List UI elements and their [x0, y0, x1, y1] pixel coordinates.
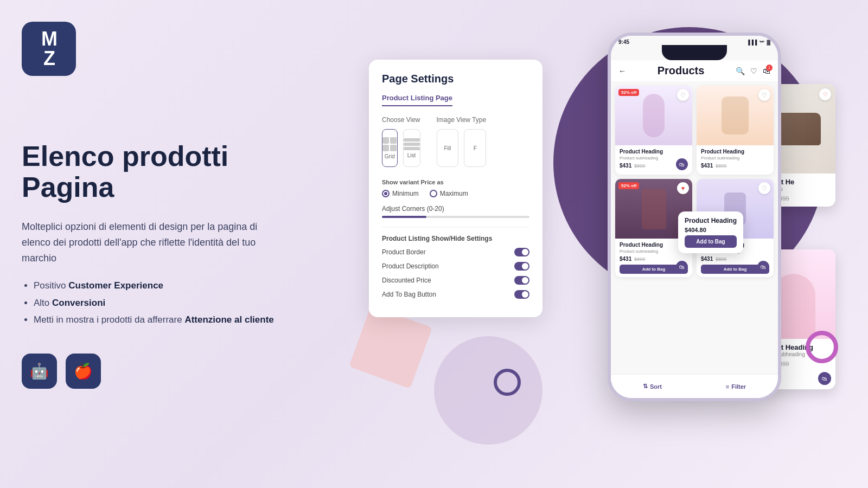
sale-badge-1: 52% off — [618, 89, 639, 96]
product-sub-2: Product subheading — [701, 156, 769, 160]
sort-button[interactable]: ⇅ Sort — [643, 383, 662, 390]
product-name-1: Product Heading — [620, 149, 688, 155]
logo-box: M Z — [22, 22, 76, 76]
bg-circle-medium — [434, 336, 542, 445]
slider-fill — [382, 216, 426, 218]
phone-title: Products — [658, 65, 705, 77]
status-bar: 9:45 ▐▐▐ ⌤ ▓ — [611, 36, 778, 45]
bag-icon-4[interactable]: 🛍 — [757, 261, 769, 273]
sale-badge-3: 52% off — [618, 182, 639, 189]
toggle-description-switch[interactable] — [514, 262, 529, 271]
search-button[interactable]: 🔍 — [736, 67, 745, 75]
bullet-item-1: Positivo Customer Experience — [34, 279, 358, 292]
fill-label: Fill — [444, 145, 451, 151]
grid-icon — [382, 137, 397, 151]
bullet-list: Positivo Customer Experience Alto Conver… — [22, 279, 358, 326]
mini-product-card[interactable]: Product Heading $404.80 Add to Bag — [678, 211, 743, 253]
hide-settings-label: Product Listing Show/Hide Settings — [382, 235, 529, 242]
cart-count: 1 — [766, 65, 773, 71]
product-name-2: Product Heading — [701, 149, 769, 155]
status-time: 9:45 — [618, 39, 629, 45]
bag-icon-3[interactable]: 🛍 — [676, 261, 688, 273]
corners-slider[interactable] — [382, 216, 529, 218]
product-price-2: $431 $899 — [701, 163, 769, 169]
bullet-item-3: Metti in mostra i prodotti da afferrare … — [34, 313, 358, 326]
f-label: F — [474, 145, 477, 151]
mini-add-btn[interactable]: Add to Bag — [685, 235, 737, 248]
main-heading: Elenco prodotti Pagina — [22, 141, 358, 203]
choose-view-section: Choose View Grid List — [382, 116, 420, 170]
product-info-2: Product Heading Product subheading $431 … — [697, 145, 774, 175]
logo-m: M — [41, 29, 56, 49]
back-button[interactable]: ← — [618, 67, 626, 75]
variant-price-label: Show variant Price as — [382, 179, 529, 185]
filter-button[interactable]: ≡ Filter — [726, 383, 746, 390]
grid-label: Grid — [385, 153, 395, 159]
toggle-product-description: Product Description — [382, 262, 529, 271]
logo-text: M Z — [41, 29, 56, 68]
toggle-discount-switch[interactable] — [514, 276, 529, 285]
wishlist-btn-1[interactable]: ♡ — [677, 89, 689, 101]
phone-notch — [662, 45, 727, 60]
bag-icon-1[interactable]: 🛍 — [676, 158, 688, 170]
cart-button[interactable]: 🛍 1 — [763, 67, 770, 75]
view-type-section: Choose View Grid List — [382, 116, 529, 170]
status-right: ▐▐▐ ⌤ ▓ — [746, 40, 770, 45]
toggle-bag-switch[interactable] — [514, 290, 529, 299]
phone-header-icons: 🔍 ♡ 🛍 1 — [736, 67, 770, 75]
product-price-4: $431 $899 — [701, 256, 769, 262]
description: Molteplici opzioni di elementi di design… — [22, 219, 282, 266]
phone-bottom-bar: ⇅ Sort ≡ Filter — [611, 374, 778, 398]
settings-title: Page Settings — [382, 73, 529, 85]
ios-icon[interactable]: 🍎 — [66, 354, 101, 389]
f-view-option[interactable]: F — [464, 129, 486, 167]
image-view-options: Fill F — [437, 129, 487, 167]
fill-view-option[interactable]: Fill — [437, 129, 459, 167]
product-card-1[interactable]: 52% off ♡ Product Heading Product subhea… — [615, 86, 692, 175]
wishlist-btn-2[interactable]: ♡ — [758, 89, 770, 101]
wishlist-button[interactable]: ♡ — [750, 67, 757, 75]
radio-min-circle — [382, 190, 390, 197]
phone-header: ← Products 🔍 ♡ 🛍 1 — [611, 60, 778, 81]
bg-rect-pink — [349, 305, 432, 389]
list-view-option[interactable]: List — [403, 129, 420, 167]
product-price-3: $431 $899 — [620, 256, 688, 262]
settings-panel: Page Settings Product Listing Page Choos… — [369, 60, 542, 317]
battery-icon: ▓ — [767, 40, 770, 45]
android-icon[interactable]: 🤖 — [22, 354, 57, 389]
list-icon — [404, 138, 420, 150]
platform-icons: 🤖 🍎 — [22, 354, 358, 389]
choose-view-label: Choose View — [382, 116, 420, 124]
view-options: Grid List — [382, 129, 420, 167]
wishlist-btn-4[interactable]: ♡ — [758, 182, 770, 194]
mini-card-price: $404.80 — [685, 227, 737, 233]
toggle-discounted-price: Discounted Price — [382, 276, 529, 285]
divider — [382, 227, 529, 227]
settings-tab[interactable]: Product Listing Page — [382, 94, 452, 106]
deco-ring-2 — [494, 369, 521, 396]
radio-minimum[interactable]: Minimum — [382, 190, 419, 197]
product-card-2[interactable]: ♡ Product Heading Product subheading $43… — [697, 86, 774, 175]
product-sub-3: Product subheading — [620, 249, 688, 254]
logo-z: Z — [43, 49, 54, 68]
price-radio-group: Minimum Maximum — [382, 190, 529, 197]
signal-icon: ▐▐▐ — [746, 40, 757, 45]
left-section: M Z Elenco prodotti Pagina Molteplici op… — [22, 22, 358, 389]
toggle-product-border: Product Border — [382, 248, 529, 256]
toggle-border-switch[interactable] — [514, 248, 529, 256]
bag-icon-float-4[interactable]: 🛍 — [818, 372, 831, 385]
image-view-section: Image View Type Fill F — [437, 116, 487, 170]
radio-maximum[interactable]: Maximum — [430, 190, 468, 197]
deco-ring-1 — [806, 331, 838, 363]
image-view-label: Image View Type — [437, 116, 487, 124]
list-label: List — [407, 152, 416, 158]
float-heart-2[interactable]: ♡ — [819, 88, 831, 100]
mini-card-name: Product Heading — [685, 217, 737, 224]
wishlist-btn-3[interactable]: ♥ — [677, 182, 689, 194]
toggle-add-to-bag: Add To Bag Button — [382, 290, 529, 299]
corners-label: Adjust Corners (0-20) — [382, 205, 529, 213]
radio-max-circle — [430, 190, 437, 197]
bullet-item-2: Alto Conversioni — [34, 297, 358, 310]
grid-view-option[interactable]: Grid — [382, 129, 398, 167]
wifi-icon: ⌤ — [759, 40, 764, 45]
